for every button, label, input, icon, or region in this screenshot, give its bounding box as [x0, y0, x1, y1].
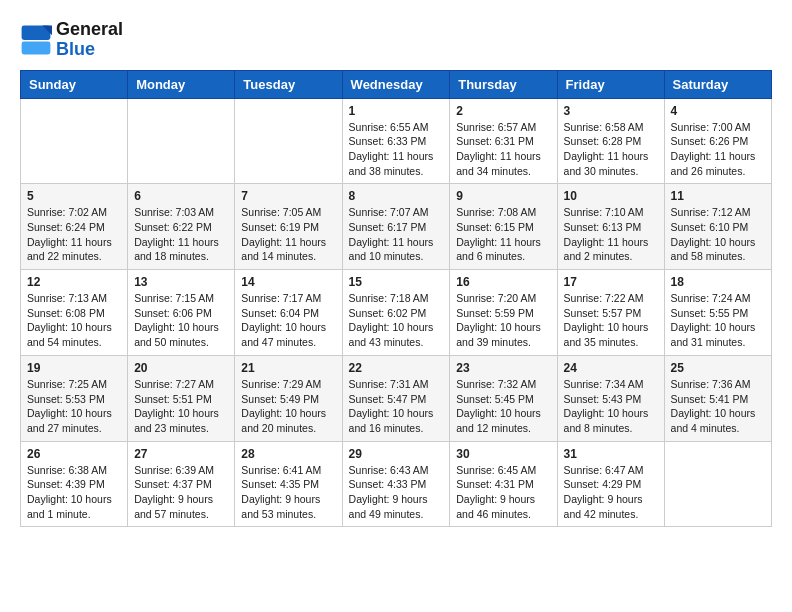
calendar-cell: 7Sunrise: 7:05 AM Sunset: 6:19 PM Daylig…	[235, 184, 342, 270]
day-info: Sunrise: 7:05 AM Sunset: 6:19 PM Dayligh…	[241, 205, 335, 264]
day-number: 9	[456, 189, 550, 203]
calendar-cell: 31Sunrise: 6:47 AM Sunset: 4:29 PM Dayli…	[557, 441, 664, 527]
day-number: 19	[27, 361, 121, 375]
day-info: Sunrise: 7:12 AM Sunset: 6:10 PM Dayligh…	[671, 205, 765, 264]
calendar-cell: 29Sunrise: 6:43 AM Sunset: 4:33 PM Dayli…	[342, 441, 450, 527]
day-number: 16	[456, 275, 550, 289]
calendar-cell: 16Sunrise: 7:20 AM Sunset: 5:59 PM Dayli…	[450, 270, 557, 356]
calendar-cell: 14Sunrise: 7:17 AM Sunset: 6:04 PM Dayli…	[235, 270, 342, 356]
calendar-week-row: 12Sunrise: 7:13 AM Sunset: 6:08 PM Dayli…	[21, 270, 772, 356]
day-number: 1	[349, 104, 444, 118]
weekday-header-thursday: Thursday	[450, 70, 557, 98]
calendar-cell	[128, 98, 235, 184]
day-info: Sunrise: 7:00 AM Sunset: 6:26 PM Dayligh…	[671, 120, 765, 179]
calendar-table: SundayMondayTuesdayWednesdayThursdayFrid…	[20, 70, 772, 528]
calendar-cell: 17Sunrise: 7:22 AM Sunset: 5:57 PM Dayli…	[557, 270, 664, 356]
day-number: 12	[27, 275, 121, 289]
day-info: Sunrise: 7:08 AM Sunset: 6:15 PM Dayligh…	[456, 205, 550, 264]
day-info: Sunrise: 6:57 AM Sunset: 6:31 PM Dayligh…	[456, 120, 550, 179]
logo-icon	[20, 24, 52, 56]
weekday-header-saturday: Saturday	[664, 70, 771, 98]
logo: General Blue	[20, 20, 123, 60]
day-info: Sunrise: 7:20 AM Sunset: 5:59 PM Dayligh…	[456, 291, 550, 350]
day-number: 20	[134, 361, 228, 375]
calendar-cell: 30Sunrise: 6:45 AM Sunset: 4:31 PM Dayli…	[450, 441, 557, 527]
calendar-cell: 20Sunrise: 7:27 AM Sunset: 5:51 PM Dayli…	[128, 355, 235, 441]
day-info: Sunrise: 6:39 AM Sunset: 4:37 PM Dayligh…	[134, 463, 228, 522]
calendar-cell: 9Sunrise: 7:08 AM Sunset: 6:15 PM Daylig…	[450, 184, 557, 270]
day-info: Sunrise: 7:34 AM Sunset: 5:43 PM Dayligh…	[564, 377, 658, 436]
day-info: Sunrise: 6:38 AM Sunset: 4:39 PM Dayligh…	[27, 463, 121, 522]
day-number: 31	[564, 447, 658, 461]
day-number: 25	[671, 361, 765, 375]
day-info: Sunrise: 6:47 AM Sunset: 4:29 PM Dayligh…	[564, 463, 658, 522]
day-number: 22	[349, 361, 444, 375]
calendar-week-row: 1Sunrise: 6:55 AM Sunset: 6:33 PM Daylig…	[21, 98, 772, 184]
day-number: 7	[241, 189, 335, 203]
day-info: Sunrise: 6:55 AM Sunset: 6:33 PM Dayligh…	[349, 120, 444, 179]
day-info: Sunrise: 6:43 AM Sunset: 4:33 PM Dayligh…	[349, 463, 444, 522]
day-info: Sunrise: 7:03 AM Sunset: 6:22 PM Dayligh…	[134, 205, 228, 264]
day-number: 23	[456, 361, 550, 375]
calendar-week-row: 5Sunrise: 7:02 AM Sunset: 6:24 PM Daylig…	[21, 184, 772, 270]
weekday-header-wednesday: Wednesday	[342, 70, 450, 98]
day-number: 13	[134, 275, 228, 289]
calendar-cell: 1Sunrise: 6:55 AM Sunset: 6:33 PM Daylig…	[342, 98, 450, 184]
calendar-cell: 18Sunrise: 7:24 AM Sunset: 5:55 PM Dayli…	[664, 270, 771, 356]
calendar-cell: 28Sunrise: 6:41 AM Sunset: 4:35 PM Dayli…	[235, 441, 342, 527]
calendar-cell: 27Sunrise: 6:39 AM Sunset: 4:37 PM Dayli…	[128, 441, 235, 527]
day-info: Sunrise: 7:27 AM Sunset: 5:51 PM Dayligh…	[134, 377, 228, 436]
weekday-header-monday: Monday	[128, 70, 235, 98]
calendar-cell: 8Sunrise: 7:07 AM Sunset: 6:17 PM Daylig…	[342, 184, 450, 270]
calendar-cell: 4Sunrise: 7:00 AM Sunset: 6:26 PM Daylig…	[664, 98, 771, 184]
day-info: Sunrise: 7:02 AM Sunset: 6:24 PM Dayligh…	[27, 205, 121, 264]
day-number: 2	[456, 104, 550, 118]
weekday-header-sunday: Sunday	[21, 70, 128, 98]
day-number: 6	[134, 189, 228, 203]
calendar-cell	[235, 98, 342, 184]
day-number: 30	[456, 447, 550, 461]
day-info: Sunrise: 6:41 AM Sunset: 4:35 PM Dayligh…	[241, 463, 335, 522]
logo-line2: Blue	[56, 40, 123, 60]
day-number: 8	[349, 189, 444, 203]
calendar-cell: 23Sunrise: 7:32 AM Sunset: 5:45 PM Dayli…	[450, 355, 557, 441]
logo-line1: General	[56, 20, 123, 40]
day-number: 17	[564, 275, 658, 289]
day-info: Sunrise: 6:58 AM Sunset: 6:28 PM Dayligh…	[564, 120, 658, 179]
calendar-cell: 25Sunrise: 7:36 AM Sunset: 5:41 PM Dayli…	[664, 355, 771, 441]
calendar-cell: 10Sunrise: 7:10 AM Sunset: 6:13 PM Dayli…	[557, 184, 664, 270]
day-number: 10	[564, 189, 658, 203]
weekday-header-friday: Friday	[557, 70, 664, 98]
calendar-cell: 15Sunrise: 7:18 AM Sunset: 6:02 PM Dayli…	[342, 270, 450, 356]
day-number: 18	[671, 275, 765, 289]
day-number: 15	[349, 275, 444, 289]
calendar-cell	[21, 98, 128, 184]
page-header: General Blue	[20, 20, 772, 60]
calendar-cell: 11Sunrise: 7:12 AM Sunset: 6:10 PM Dayli…	[664, 184, 771, 270]
day-number: 14	[241, 275, 335, 289]
svg-rect-1	[22, 41, 51, 54]
day-number: 27	[134, 447, 228, 461]
day-info: Sunrise: 7:10 AM Sunset: 6:13 PM Dayligh…	[564, 205, 658, 264]
calendar-cell: 24Sunrise: 7:34 AM Sunset: 5:43 PM Dayli…	[557, 355, 664, 441]
day-info: Sunrise: 7:15 AM Sunset: 6:06 PM Dayligh…	[134, 291, 228, 350]
calendar-cell: 19Sunrise: 7:25 AM Sunset: 5:53 PM Dayli…	[21, 355, 128, 441]
day-info: Sunrise: 7:07 AM Sunset: 6:17 PM Dayligh…	[349, 205, 444, 264]
day-number: 28	[241, 447, 335, 461]
calendar-week-row: 19Sunrise: 7:25 AM Sunset: 5:53 PM Dayli…	[21, 355, 772, 441]
day-info: Sunrise: 7:18 AM Sunset: 6:02 PM Dayligh…	[349, 291, 444, 350]
weekday-header-row: SundayMondayTuesdayWednesdayThursdayFrid…	[21, 70, 772, 98]
day-info: Sunrise: 7:24 AM Sunset: 5:55 PM Dayligh…	[671, 291, 765, 350]
calendar-cell: 5Sunrise: 7:02 AM Sunset: 6:24 PM Daylig…	[21, 184, 128, 270]
calendar-week-row: 26Sunrise: 6:38 AM Sunset: 4:39 PM Dayli…	[21, 441, 772, 527]
logo-text: General Blue	[56, 20, 123, 60]
calendar-cell: 21Sunrise: 7:29 AM Sunset: 5:49 PM Dayli…	[235, 355, 342, 441]
calendar-cell: 13Sunrise: 7:15 AM Sunset: 6:06 PM Dayli…	[128, 270, 235, 356]
day-info: Sunrise: 7:36 AM Sunset: 5:41 PM Dayligh…	[671, 377, 765, 436]
day-info: Sunrise: 7:22 AM Sunset: 5:57 PM Dayligh…	[564, 291, 658, 350]
calendar-cell: 22Sunrise: 7:31 AM Sunset: 5:47 PM Dayli…	[342, 355, 450, 441]
day-number: 5	[27, 189, 121, 203]
day-info: Sunrise: 7:17 AM Sunset: 6:04 PM Dayligh…	[241, 291, 335, 350]
calendar-cell: 2Sunrise: 6:57 AM Sunset: 6:31 PM Daylig…	[450, 98, 557, 184]
day-number: 29	[349, 447, 444, 461]
